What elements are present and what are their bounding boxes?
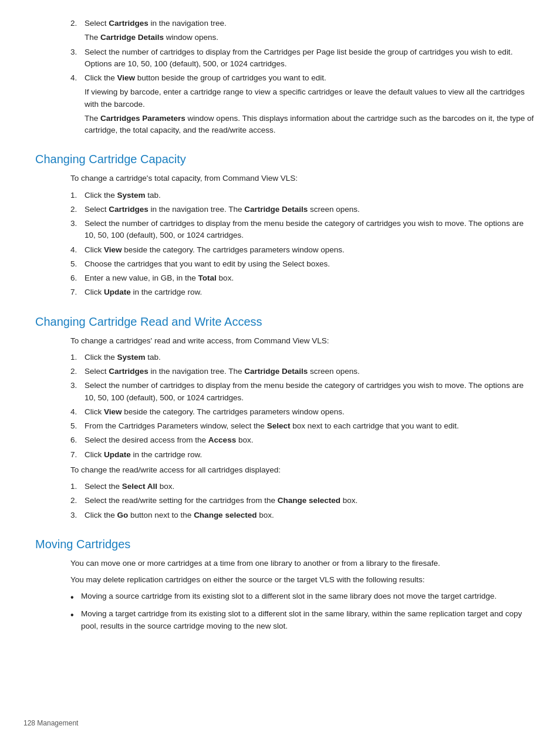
list-item: • Moving a target cartridge from its exi… xyxy=(70,608,537,632)
section3-para2: You may delete replication cartridges on… xyxy=(70,574,537,586)
list-item: • Moving a source cartridge from its exi… xyxy=(70,590,537,605)
list-item: 2. Select Cartridges in the navigation t… xyxy=(70,366,537,377)
intro-step2-sub: The Cartridge Details window opens. xyxy=(85,32,537,43)
list-item: 3. Click the Go button next to the Chang… xyxy=(70,509,537,521)
section2-all-steps: 1. Select the Select All box. 2. Select … xyxy=(70,481,537,521)
section3-bullets: • Moving a source cartridge from its exi… xyxy=(70,590,537,632)
section2-heading: Changing Cartridge Read and Write Access xyxy=(35,313,537,330)
section2-all-intro: To change the read/write access for all … xyxy=(70,464,537,476)
section2-intro: To change a cartridges' read and write a… xyxy=(70,335,537,347)
list-item: 4. Click View beside the category. The c… xyxy=(70,244,537,256)
list-item: 2. Select Cartridges in the navigation t… xyxy=(70,204,537,215)
list-item: 1. Click the System tab. xyxy=(70,190,537,201)
list-item: 2. Select the read/write setting for the… xyxy=(70,495,537,507)
intro-list-2: 3. Select the number of cartridges to di… xyxy=(70,46,537,85)
intro-list: 2. Select Cartridges in the navigation t… xyxy=(70,18,537,29)
intro-step-2: 2. Select Cartridges in the navigation t… xyxy=(70,18,537,29)
section1-intro: To change a cartridge's total capacity, … xyxy=(70,173,537,184)
list-item: 7. Click Update in the cartridge row. xyxy=(70,286,537,298)
list-item: 5. From the Cartridges Parameters window… xyxy=(70,420,537,432)
section3-para1: You can move one or more cartridges at a… xyxy=(70,558,537,569)
list-item: 1. Click the System tab. xyxy=(70,352,537,363)
list-item: 7. Click Update in the cartridge row. xyxy=(70,449,537,461)
intro-step-3: 3. Select the number of cartridges to di… xyxy=(70,46,537,70)
intro-step4-sub2: The Cartridges Parameters window opens. … xyxy=(85,113,537,137)
list-item: 6. Select the desired access from the Ac… xyxy=(70,434,537,446)
section1-heading: Changing Cartridge Capacity xyxy=(35,150,537,168)
list-item: 5. Choose the cartridges that you want t… xyxy=(70,258,537,270)
intro-step-4: 4. Click the View button beside the grou… xyxy=(70,72,537,84)
section2-steps: 1. Click the System tab. 2. Select Cartr… xyxy=(70,352,537,461)
list-item: 4. Click View beside the category. The c… xyxy=(70,406,537,418)
section1-steps: 1. Click the System tab. 2. Select Cartr… xyxy=(70,190,537,299)
list-item: 1. Select the Select All box. xyxy=(70,481,537,492)
section3-heading: Moving Cartridges xyxy=(35,535,537,553)
list-item: 3. Select the number of cartridges to di… xyxy=(70,218,537,242)
list-item: 6. Enter a new value, in GB, in the Tota… xyxy=(70,272,537,284)
intro-step4-sub1: If viewing by barcode, enter a cartridge… xyxy=(85,86,537,110)
list-item: 3. Select the number of cartridges to di… xyxy=(70,380,537,404)
